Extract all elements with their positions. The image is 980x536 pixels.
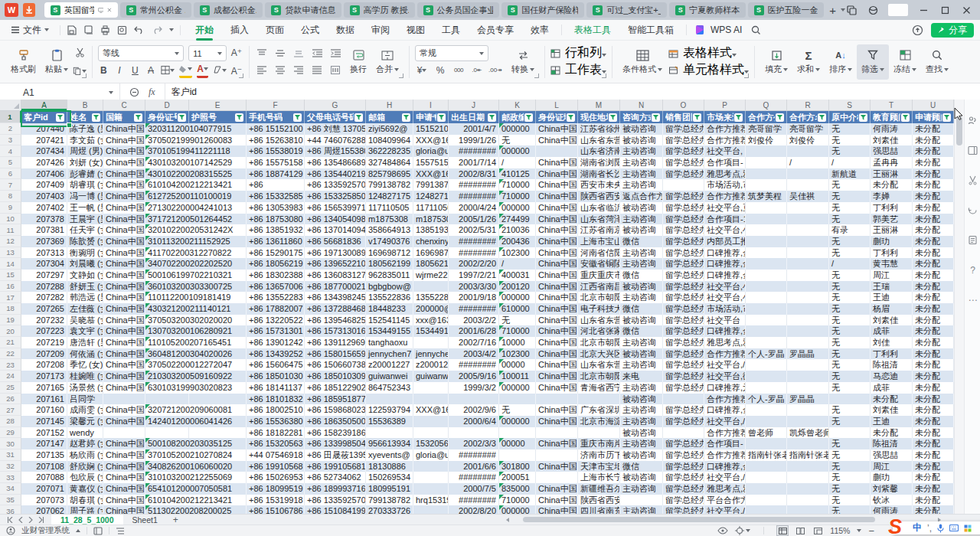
cell[interactable]: +86 1354402198 [305,168,366,180]
column-header-E[interactable]: E [189,100,247,111]
column-header-T[interactable]: T [871,100,913,111]
cell[interactable]: 135522836 [366,292,413,303]
cell[interactable]: +86 15536380 [247,416,305,427]
cell[interactable]: XXX@163. [413,168,449,180]
cell[interactable]: 山东省济南 [578,145,620,157]
cell[interactable]: 北京市朝阳 [578,292,620,303]
cell[interactable]: 无 [829,214,871,225]
cell[interactable]: 舒欣娴 (女 [67,461,103,472]
cell[interactable]: 2002/9/6 [449,404,499,416]
cell[interactable]: +86 15731301 [247,325,305,337]
align-left-icon[interactable] [255,64,269,77]
header-cell[interactable]: 身份证地 [536,111,578,123]
cell[interactable]: 320311200104077915 [145,123,189,135]
cell[interactable]: 李婵 [871,191,913,202]
ime-keyboard-icon[interactable] [949,525,959,531]
cell[interactable]: 207108 [21,461,67,472]
cell[interactable]: 110112200109181419 [145,292,189,303]
cell[interactable] [413,483,449,495]
decrease-indent-icon[interactable] [310,47,324,60]
row-number[interactable]: 32 [0,461,21,472]
cell[interactable]: +86 15319918 [247,495,305,506]
cell[interactable]: 207208 [21,359,67,371]
cell[interactable]: 370502199901260083 [145,135,189,146]
cell[interactable]: 未分配 [871,179,913,191]
cell[interactable]: 社交平台,小 [704,292,746,303]
cell[interactable]: 陈歆赟 (女 [67,236,103,247]
cell[interactable]: 留学总经办 [663,325,704,337]
cell[interactable]: 未分配 [913,247,954,259]
cell[interactable]: China中国 [103,438,145,449]
cell[interactable]: 杨欣雨 (女 [67,449,103,461]
cell[interactable]: / [499,258,536,270]
cell[interactable]: 王迪 [871,416,913,427]
column-header-I[interactable]: I [413,100,449,111]
cell[interactable]: jennychen7 [413,348,449,360]
cell[interactable]: China中国 [536,179,578,191]
distributed-icon[interactable] [328,64,342,77]
cell[interactable]: ######## [449,359,499,371]
cell[interactable]: 207434 [21,145,67,157]
cell[interactable]: 被动咨询 [620,281,663,293]
cell[interactable]: 207152 [21,427,67,439]
cell[interactable] [413,461,449,472]
cell[interactable]: 无 [829,404,871,416]
cell[interactable]: 142401200006041426 [145,416,189,427]
cell[interactable]: 15536389 [366,416,413,427]
cell[interactable] [746,315,787,326]
cell[interactable] [787,325,829,337]
cell[interactable]: 合作方推荐 [704,123,746,135]
font-color-button[interactable]: A [197,62,208,78]
cell[interactable]: bgbgbow@ [366,281,413,293]
cell[interactable] [787,292,829,303]
cell[interactable]: 刘妍 (女) [67,157,103,168]
filter-dropdown-button[interactable] [437,113,446,122]
file-tab[interactable]: S贷款申请信息.xlsx [265,2,341,18]
cell[interactable]: China中国 [103,191,145,202]
cell[interactable]: 00000 [499,438,536,449]
filter-dropdown-button[interactable] [92,113,100,122]
cell[interactable]: +86 1510841990 [305,505,366,514]
cell[interactable]: 衡琬明 (女 [67,247,103,259]
cell[interactable]: 济南市历下 [578,449,620,461]
cell[interactable]: 重庆重庆市 [578,270,620,281]
cell[interactable]: 社交平台,/ [704,472,746,483]
cell[interactable] [413,337,449,348]
cell[interactable]: 王迪 [871,292,913,303]
cell[interactable] [829,394,871,405]
cell[interactable]: 1999/1/26 [449,135,499,146]
menu-tab-开始[interactable]: 开始 [187,21,222,40]
cell[interactable]: 无 [499,315,536,326]
name-box[interactable]: A1 [0,83,120,101]
locate-selection-button[interactable] [735,526,750,535]
cell[interactable]: 留学总经办 [663,505,704,514]
cell[interactable]: China中国 [536,404,578,416]
cell[interactable]: 138519326 [413,224,449,236]
cell[interactable]: 赵君婷 (女 [67,438,103,449]
cell[interactable] [536,427,578,439]
column-header-B[interactable]: B [67,100,103,111]
cell[interactable]: 未分配 [913,371,954,382]
cell[interactable] [746,472,787,483]
cell[interactable]: 000000 [499,292,536,303]
cell[interactable]: 962835011 [366,270,413,281]
cell[interactable]: 未分配 [913,438,954,449]
file-tab[interactable]: S公务员国企事业单位 [417,2,500,18]
cell[interactable]: +86 1582391866 [305,427,366,439]
screenshot-icon[interactable] [967,175,978,186]
cell[interactable]: 无 [829,236,871,247]
cell[interactable] [787,483,829,495]
column-header-R[interactable]: R [787,100,829,111]
cell[interactable]: 无 [829,505,871,514]
row-number[interactable]: 26 [0,394,21,405]
cell[interactable]: 留学总经办 [663,191,704,202]
cell[interactable]: 湖南省浏阳 [578,157,620,168]
cell[interactable]: 来电 [620,371,663,382]
cell[interactable]: 周江 [871,461,913,472]
cell[interactable]: 北京市海淀 [578,416,620,427]
cell[interactable]: 100011 [499,371,536,382]
header-cell[interactable]: 姓名 [67,111,103,123]
cell[interactable]: 被动咨询 [620,224,663,236]
cell[interactable]: 汤景然 (女 [67,382,103,394]
cell[interactable]: 未分配 [913,404,954,416]
